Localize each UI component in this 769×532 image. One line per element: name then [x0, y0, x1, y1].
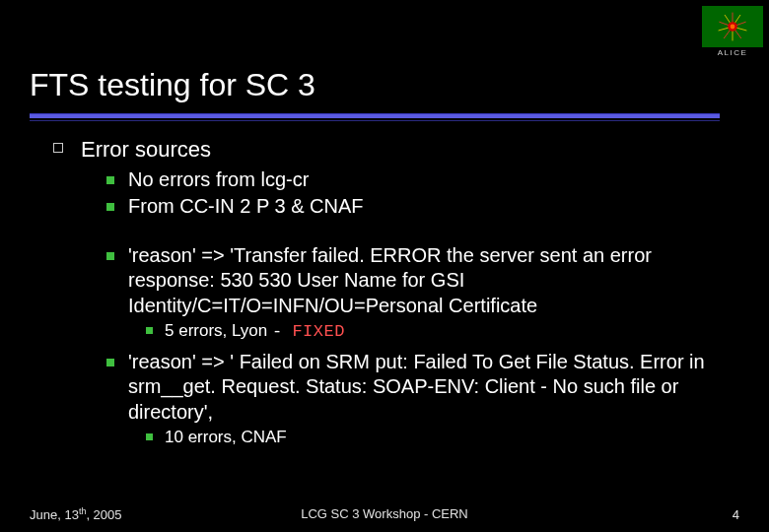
- square-bullet-icon: [106, 359, 114, 366]
- fixed-label: FIXED: [292, 322, 345, 341]
- lvl2-text: 'reason' => ' Failed on SRM put: Failed …: [128, 350, 730, 426]
- svg-point-11: [731, 25, 735, 30]
- slide-title: FTS testing for SC 3: [0, 0, 769, 103]
- square-bullet-icon: [146, 433, 153, 440]
- title-rule-wrap: [0, 103, 769, 118]
- lvl3-group: 10 errors, CNAF: [106, 427, 730, 448]
- lvl2-group: No errors from lcg-cr From CC-IN 2 P 3 &…: [53, 167, 730, 449]
- lvl3-text: 10 errors, CNAF: [165, 427, 287, 448]
- logo-star-icon: [717, 11, 748, 42]
- lvl3-text: 5 errors, Lyon - FIXED: [165, 320, 345, 343]
- slide: ALICE FTS testing for SC 3 Error sources…: [0, 0, 769, 532]
- slide-footer: June, 13th, 2005 LCG SC 3 Workshop - CER…: [0, 506, 769, 522]
- footer-date-post: , 2005: [86, 507, 121, 522]
- square-bullet-icon: [106, 203, 114, 211]
- dash-separator: -: [272, 322, 292, 341]
- footer-date-pre: June, 13: [30, 507, 79, 522]
- lvl2-text: No errors from lcg-cr: [128, 167, 309, 193]
- footer-date: June, 13th, 2005: [30, 506, 122, 522]
- footer-center: LCG SC 3 Workshop - CERN: [301, 506, 468, 521]
- bullet-lvl3: 10 errors, CNAF: [146, 427, 730, 448]
- bullet-lvl2: 'reason' => 'Transfer failed. ERROR the …: [106, 243, 730, 319]
- logo-box: [702, 6, 763, 47]
- lvl3-group: 5 errors, Lyon - FIXED: [106, 320, 730, 343]
- bullet-lvl3: 5 errors, Lyon - FIXED: [146, 320, 730, 343]
- bullet-lvl2: No errors from lcg-cr: [106, 167, 730, 193]
- lvl2-text: 'reason' => 'Transfer failed. ERROR the …: [128, 243, 730, 319]
- spacer: [106, 222, 730, 241]
- slide-body: Error sources No errors from lcg-cr From…: [0, 118, 769, 448]
- square-bullet-icon: [146, 327, 153, 334]
- lvl1-text: Error sources: [81, 136, 211, 164]
- alice-logo: ALICE: [702, 6, 763, 57]
- hollow-square-bullet-icon: [53, 143, 63, 153]
- square-bullet-icon: [106, 252, 114, 260]
- lvl2-text: From CC-IN 2 P 3 & CNAF: [128, 194, 364, 220]
- bullet-lvl2: 'reason' => ' Failed on SRM put: Failed …: [106, 350, 730, 426]
- lvl3-text-a: 5 errors, Lyon: [165, 321, 272, 340]
- footer-page-number: 4: [733, 507, 739, 522]
- square-bullet-icon: [106, 176, 114, 184]
- bullet-lvl2: From CC-IN 2 P 3 & CNAF: [106, 194, 730, 220]
- logo-label: ALICE: [702, 48, 763, 57]
- bullet-lvl1: Error sources: [53, 136, 730, 164]
